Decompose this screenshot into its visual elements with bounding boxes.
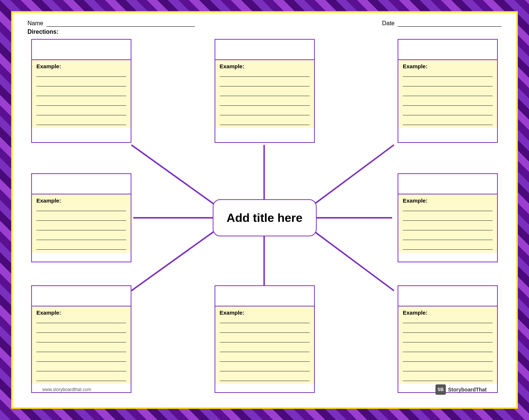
box-tr-lines — [403, 71, 493, 125]
directions-row: Directions: — [27, 29, 195, 35]
box-tl-body: Example: — [32, 60, 131, 128]
write-line — [403, 234, 493, 240]
write-line — [36, 100, 126, 106]
write-line — [403, 81, 493, 86]
box-top-left: Example: — [31, 39, 131, 143]
svg-line-2 — [313, 145, 394, 205]
box-tl-lines — [36, 71, 126, 125]
write-line — [36, 375, 126, 381]
write-line — [36, 90, 126, 96]
directions-label: Directions: — [27, 29, 59, 35]
write-line — [220, 109, 310, 115]
write-line — [403, 244, 493, 250]
center-node[interactable]: Add title here — [213, 199, 317, 236]
write-line — [220, 327, 310, 333]
write-line — [220, 375, 310, 381]
write-line — [403, 90, 493, 96]
write-line — [403, 119, 493, 125]
date-label: Date — [382, 20, 395, 27]
box-br-body: Example: — [398, 306, 497, 384]
header: Name Directions: Date — [27, 20, 502, 35]
write-line — [403, 346, 493, 352]
box-tc-header — [215, 40, 314, 60]
write-line — [403, 205, 493, 211]
write-line — [403, 365, 493, 371]
box-ml-lines — [36, 205, 126, 250]
box-br-example-label: Example: — [403, 309, 493, 316]
box-mr-body: Example: — [398, 194, 497, 253]
write-line — [403, 224, 493, 230]
write-line — [220, 90, 310, 96]
box-ml-example-label: Example: — [36, 197, 126, 204]
write-line — [36, 337, 126, 342]
box-ml-body: Example: — [32, 194, 131, 253]
write-line — [220, 365, 310, 371]
box-bl-lines — [36, 317, 126, 381]
box-tc-example-label: Example: — [220, 63, 310, 69]
write-line — [36, 81, 126, 86]
box-bl-header — [32, 286, 131, 306]
box-middle-right: Example: — [398, 173, 498, 262]
main-content-area: Name Directions: Date — [11, 11, 518, 409]
storyboardthat-icon: SB — [435, 384, 446, 395]
box-bottom-right: Example: — [398, 285, 498, 393]
header-left: Name Directions: — [27, 20, 195, 35]
box-bl-example-label: Example: — [36, 309, 126, 316]
date-underline-field — [398, 20, 502, 27]
box-middle-left: Example: — [31, 173, 131, 262]
svg-line-7 — [313, 230, 394, 291]
footer-logo-text: StoryboardThat — [448, 387, 487, 393]
write-line — [36, 356, 126, 362]
box-top-center: Example: — [215, 39, 315, 143]
write-line — [220, 317, 310, 323]
write-line — [36, 365, 126, 371]
box-ml-header — [32, 174, 131, 194]
box-tr-header — [398, 40, 497, 60]
box-bc-example-label: Example: — [220, 309, 310, 316]
box-tl-header — [32, 40, 131, 60]
box-mr-lines — [403, 205, 493, 250]
write-line — [36, 215, 126, 221]
box-br-header — [398, 286, 497, 306]
center-title: Add title here — [226, 211, 302, 225]
name-line: Name — [27, 20, 195, 27]
write-line — [36, 71, 126, 77]
write-line — [403, 375, 493, 381]
footer-logo: SB StoryboardThat — [435, 384, 487, 395]
write-line — [36, 327, 126, 333]
svg-line-0 — [131, 145, 215, 205]
write-line — [36, 205, 126, 211]
write-line — [403, 317, 493, 323]
svg-line-5 — [131, 230, 215, 291]
write-line — [36, 317, 126, 323]
box-tc-body: Example: — [215, 60, 314, 128]
write-line — [403, 356, 493, 362]
box-bottom-center: Example: — [215, 285, 315, 393]
write-line — [403, 215, 493, 221]
write-line — [220, 346, 310, 352]
write-line — [403, 100, 493, 106]
name-underline-field — [46, 20, 195, 27]
write-line — [403, 71, 493, 77]
box-top-right: Example: — [398, 39, 498, 143]
box-br-lines — [403, 317, 493, 381]
box-tc-lines — [220, 71, 310, 125]
write-line — [36, 234, 126, 240]
write-line — [36, 346, 126, 352]
write-line — [36, 244, 126, 250]
write-line — [220, 119, 310, 125]
write-line — [403, 327, 493, 333]
write-line — [220, 81, 310, 86]
box-tr-body: Example: — [398, 60, 497, 128]
write-line — [220, 71, 310, 77]
name-label: Name — [27, 20, 43, 27]
header-right: Date — [382, 20, 502, 27]
write-line — [220, 100, 310, 106]
box-tl-example-label: Example: — [36, 63, 126, 69]
box-tr-example-label: Example: — [403, 63, 493, 69]
write-line — [36, 119, 126, 125]
mindmap: Add title here Example: Example: — [27, 39, 502, 397]
box-bc-header — [215, 286, 314, 306]
box-bc-lines — [220, 317, 310, 381]
write-line — [403, 337, 493, 342]
